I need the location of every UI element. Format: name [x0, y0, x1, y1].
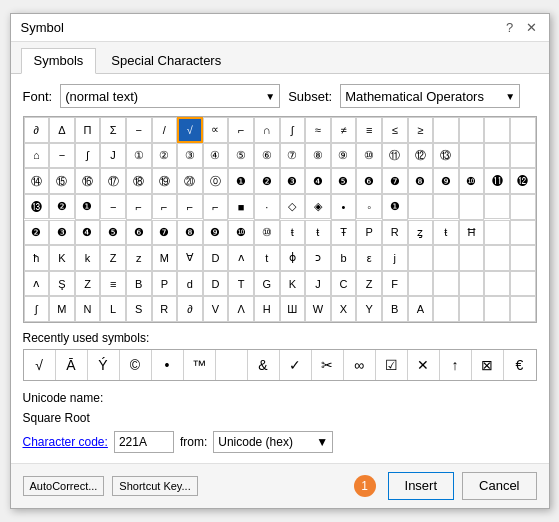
symbol-cell[interactable]: ①	[126, 143, 152, 169]
symbol-cell[interactable]: ⑩	[356, 143, 382, 169]
symbol-cell[interactable]: ≈	[305, 117, 331, 143]
symbol-cell[interactable]: ≤	[382, 117, 408, 143]
symbol-cell[interactable]: ɔ	[305, 245, 331, 271]
symbol-cell[interactable]: ⑤	[228, 143, 254, 169]
symbol-cell[interactable]: C	[331, 271, 357, 297]
symbol-cell[interactable]: Z	[356, 271, 382, 297]
symbol-cell[interactable]: ⑩	[254, 220, 280, 246]
symbol-cell[interactable]: •	[331, 194, 357, 220]
symbol-cell[interactable]: ȥ	[408, 220, 434, 246]
symbol-cell[interactable]: ⌐	[126, 194, 152, 220]
symbol-cell[interactable]	[408, 271, 434, 297]
symbol-cell[interactable]: T	[228, 271, 254, 297]
symbol-cell[interactable]: ③	[177, 143, 203, 169]
symbol-cell[interactable]: ❾	[203, 220, 229, 246]
symbol-cell[interactable]	[510, 117, 536, 143]
symbol-cell[interactable]: ⑦	[280, 143, 306, 169]
symbol-cell[interactable]	[408, 245, 434, 271]
symbol-cell[interactable]: ❷	[49, 194, 75, 220]
symbol-cell[interactable]: d	[177, 271, 203, 297]
symbol-cell[interactable]: ∝	[203, 117, 229, 143]
symbol-cell[interactable]: ❺	[100, 220, 126, 246]
symbol-cell[interactable]: ②	[152, 143, 178, 169]
symbol-cell[interactable]: ❿	[228, 220, 254, 246]
symbol-cell[interactable]: V	[203, 296, 229, 322]
symbol-cell[interactable]: F	[382, 271, 408, 297]
symbol-cell[interactable]: L	[100, 296, 126, 322]
recent-symbol-cell[interactable]: ↑	[440, 350, 472, 380]
from-select[interactable]: Unicode (hex) ▼	[213, 431, 333, 453]
symbol-cell[interactable]	[484, 245, 510, 271]
symbol-cell[interactable]: Ŧ	[331, 220, 357, 246]
help-button[interactable]: ?	[503, 21, 517, 35]
symbol-cell[interactable]: K	[280, 271, 306, 297]
symbol-cell[interactable]: ⑯	[75, 168, 101, 194]
symbol-cell[interactable]: ħ	[24, 245, 50, 271]
font-select[interactable]: (normal text) ▼	[60, 84, 280, 108]
symbol-cell[interactable]: ◈	[305, 194, 331, 220]
symbol-cell[interactable]: ≠	[331, 117, 357, 143]
symbol-cell[interactable]	[433, 271, 459, 297]
symbol-cell[interactable]: ❼	[152, 220, 178, 246]
recent-symbol-cell[interactable]: ∞	[344, 350, 376, 380]
symbol-cell[interactable]: ε	[356, 245, 382, 271]
symbol-cell[interactable]: ∂	[24, 117, 50, 143]
symbol-cell[interactable]: ≡	[356, 117, 382, 143]
symbol-cell[interactable]	[433, 194, 459, 220]
symbol-cell[interactable]: B	[126, 271, 152, 297]
symbol-cell[interactable]: ⑨	[331, 143, 357, 169]
recent-symbol-cell[interactable]	[216, 350, 248, 380]
symbol-cell[interactable]: /	[152, 117, 178, 143]
symbol-cell[interactable]: ⓬	[510, 168, 536, 194]
symbol-cell[interactable]: N	[75, 296, 101, 322]
symbol-cell[interactable]: ⑲	[152, 168, 178, 194]
symbol-cell[interactable]: t	[254, 245, 280, 271]
symbol-cell[interactable]: ∀	[177, 245, 203, 271]
symbol-cell[interactable]: ⑮	[49, 168, 75, 194]
symbol-cell[interactable]: D	[203, 271, 229, 297]
symbol-cell[interactable]: ⓭	[24, 194, 50, 220]
symbol-cell[interactable]: Z	[100, 245, 126, 271]
symbol-cell[interactable]: ⌐	[228, 117, 254, 143]
recent-symbol-cell[interactable]: √	[24, 350, 56, 380]
symbol-cell[interactable]: Σ	[100, 117, 126, 143]
symbol-cell[interactable]: ◦	[356, 194, 382, 220]
symbol-cell[interactable]: ⌐	[152, 194, 178, 220]
symbol-cell[interactable]: ◇	[280, 194, 306, 220]
symbol-cell[interactable]	[510, 296, 536, 322]
recent-symbol-cell[interactable]: Ý	[88, 350, 120, 380]
tab-special-characters[interactable]: Special Characters	[98, 48, 234, 73]
symbol-cell[interactable]: Ş	[49, 271, 75, 297]
symbol-cell[interactable]: J	[100, 143, 126, 169]
symbol-cell[interactable]: z	[126, 245, 152, 271]
symbol-cell[interactable]	[459, 245, 485, 271]
symbol-cell[interactable]: X	[331, 296, 357, 322]
recent-symbol-cell[interactable]: ✂	[312, 350, 344, 380]
symbol-cell[interactable]: G	[254, 271, 280, 297]
insert-button[interactable]: Insert	[388, 472, 455, 500]
symbol-cell[interactable]: ④	[203, 143, 229, 169]
symbol-cell[interactable]: b	[331, 245, 357, 271]
symbol-cell[interactable]: J	[305, 271, 331, 297]
symbol-cell[interactable]: ⌐	[203, 194, 229, 220]
symbol-cell[interactable]: ❿	[459, 168, 485, 194]
symbol-cell[interactable]: ≥	[408, 117, 434, 143]
symbol-cell[interactable]: P	[356, 220, 382, 246]
symbol-cell[interactable]: ❹	[75, 220, 101, 246]
symbol-cell[interactable]	[459, 194, 485, 220]
symbol-cell[interactable]: H	[254, 296, 280, 322]
symbol-cell[interactable]	[459, 117, 485, 143]
symbol-cell[interactable]: ɸ	[280, 245, 306, 271]
symbol-cell[interactable]: Ħ	[459, 220, 485, 246]
recent-symbol-cell[interactable]: €	[504, 350, 536, 380]
recent-symbol-cell[interactable]: ✓	[280, 350, 312, 380]
symbol-cell[interactable]: Z	[75, 271, 101, 297]
symbol-cell[interactable]: K	[49, 245, 75, 271]
symbol-cell[interactable]: −	[49, 143, 75, 169]
symbol-cell[interactable]	[459, 296, 485, 322]
symbol-cell[interactable]: ❻	[356, 168, 382, 194]
symbol-cell[interactable]: W	[305, 296, 331, 322]
symbol-cell[interactable]: Δ	[49, 117, 75, 143]
symbol-cell[interactable]: ∩	[254, 117, 280, 143]
tab-symbols[interactable]: Symbols	[21, 48, 97, 74]
